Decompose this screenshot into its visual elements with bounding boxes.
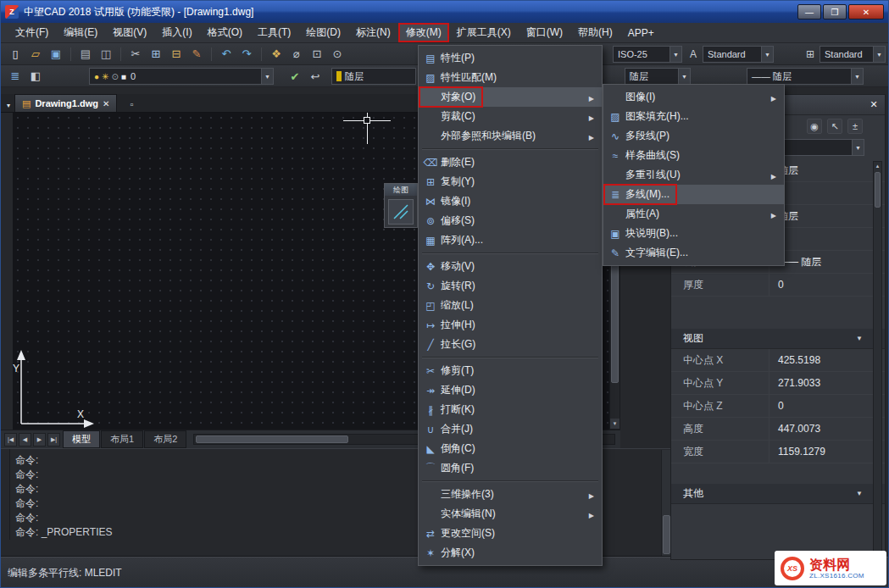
property-value[interactable]: 0 [770, 395, 885, 417]
property-value[interactable]: 425.5198 [770, 349, 885, 371]
toolbar-button[interactable]: ✂ [126, 46, 145, 63]
menu-item[interactable]: 属性(A) [603, 204, 784, 224]
menu-item[interactable]: ↦ 拉伸(H) [419, 315, 602, 335]
menubar-item[interactable]: 文件(F) [8, 23, 56, 42]
menu-item[interactable]: ▨ 图案填充(H)... [603, 107, 784, 126]
property-value[interactable]: 1 [770, 228, 885, 250]
property-value[interactable]: 1159.1279 [770, 441, 885, 463]
last-tab-icon[interactable]: ▶| [47, 433, 60, 447]
chevron-down-icon[interactable]: ▼ [761, 47, 773, 62]
menubar-item[interactable]: 帮助(H) [570, 23, 620, 42]
menu-item[interactable]: 三维操作(3) [419, 485, 602, 504]
toolbar-button[interactable]: ≣ [6, 68, 25, 85]
layout-tab[interactable]: 布局2 [144, 430, 186, 448]
toolbar-button[interactable]: ↩ [306, 68, 325, 85]
color-combo[interactable]: 随层 [331, 68, 416, 85]
construction-line-button[interactable] [388, 199, 414, 225]
menu-item[interactable]: ✎ 文字编辑(E)... [603, 243, 784, 263]
layer-unlock-icon[interactable]: ⊙ [111, 72, 118, 81]
menubar-item[interactable]: 插入(I) [154, 23, 199, 42]
menu-item[interactable]: 多重引线(U) [603, 165, 784, 185]
maximize-button[interactable]: ❐ [823, 4, 847, 19]
toolbar-button[interactable]: ⊙ [328, 46, 347, 63]
toolbar-button[interactable]: ◫ [97, 46, 115, 63]
menu-item[interactable]: ✶ 分解(X) [419, 543, 602, 563]
menu-item[interactable]: 剪裁(C) [419, 107, 602, 126]
property-value[interactable] [770, 182, 885, 204]
menu-item[interactable]: ⇄ 更改空间(S) [419, 524, 602, 543]
table-style-combo[interactable]: Standard ▼ [820, 46, 886, 63]
draw-toolbar-title[interactable]: 绘图 [385, 184, 417, 196]
layer-thaw-icon[interactable]: ✳ [102, 72, 108, 81]
menu-item[interactable]: ⌒ 圆角(F) [419, 458, 602, 478]
menu-item[interactable]: ∪ 合并(J) [419, 419, 602, 439]
toolbar-button[interactable]: ⊡ [308, 46, 326, 63]
palette-close-icon[interactable]: ✕ [866, 98, 881, 112]
menubar-item[interactable]: 工具(T) [250, 23, 298, 42]
toolbar-button[interactable]: ↷ [237, 46, 256, 63]
toolbar-button[interactable]: ▤ [76, 46, 95, 63]
menu-item[interactable]: ▣ 块说明(B)... [603, 224, 784, 243]
menu-item[interactable]: ✂ 修剪(T) [419, 361, 602, 380]
select-objects-icon[interactable]: ↖ [827, 119, 842, 134]
menu-item[interactable]: ▤ 特性(P) [419, 48, 602, 68]
toolbar-button[interactable]: ⊟ [167, 46, 186, 63]
scroll-down-icon[interactable]: ▼ [610, 419, 620, 429]
next-tab-icon[interactable]: ▶ [33, 433, 46, 447]
lineweight-combo[interactable]: —— 随层 ▼ [747, 68, 864, 85]
menu-item[interactable]: ⊞ 复制(Y) [419, 172, 602, 191]
scrollbar-thumb[interactable] [663, 515, 670, 554]
tab-close-icon[interactable]: ✕ [103, 99, 109, 108]
menubar-item[interactable]: APP+ [620, 23, 662, 42]
menu-item[interactable]: ∿ 多段线(P) [603, 126, 784, 146]
toolbar-button[interactable]: ✎ [187, 46, 206, 63]
menubar-item[interactable]: 绘图(D) [298, 23, 348, 42]
menu-item[interactable]: ╱ 拉长(G) [419, 335, 602, 354]
tab-menu-icon[interactable]: ▾ [3, 98, 14, 112]
menu-item[interactable]: 外部参照和块编辑(B) [419, 126, 602, 146]
text-style-combo[interactable]: Standard ▼ [703, 46, 774, 63]
scroll-up-icon[interactable]: ▲ [875, 162, 881, 170]
menu-item[interactable]: ≣ 多线(M)... [603, 185, 784, 204]
property-value[interactable]: 随层 [770, 205, 885, 227]
menu-item[interactable]: ✥ 移动(V) [419, 257, 602, 276]
toolbar-button[interactable]: ▣ [47, 46, 65, 63]
close-button[interactable]: ✕ [848, 4, 884, 19]
menubar-item[interactable]: 格式(O) [200, 23, 250, 42]
toggle-pickadd-icon[interactable]: ± [847, 119, 863, 134]
scrollbar-thumb[interactable] [875, 172, 881, 208]
menubar-item[interactable]: 视图(V) [105, 23, 154, 42]
toolbar-button[interactable]: ✔ [286, 68, 304, 85]
layer-color-icon[interactable]: ■ [121, 72, 126, 81]
chevron-down-icon[interactable]: ▼ [856, 490, 863, 497]
minimize-button[interactable]: — [797, 4, 821, 19]
menu-item[interactable]: ◣ 倒角(C) [419, 439, 602, 458]
new-drawing-icon[interactable]: ▫ [124, 97, 139, 112]
menu-item[interactable]: ◰ 缩放(L) [419, 296, 602, 315]
palette-scrollbar[interactable]: ▲ ▼ [873, 161, 882, 585]
menu-item[interactable]: 实体编辑(N) [419, 504, 602, 524]
toolbar-button[interactable]: ◧ [26, 68, 45, 85]
dim-style-combo[interactable]: ISO-25 ▼ [613, 46, 682, 63]
section-other[interactable]: 其他 ▼ [671, 484, 885, 504]
prev-tab-icon[interactable]: ◀ [19, 433, 31, 447]
property-value[interactable]: 271.9033 [770, 372, 885, 394]
menubar-item[interactable]: 扩展工具(X) [449, 23, 519, 42]
toolbar-button[interactable]: ⊞ [147, 46, 165, 63]
property-value[interactable]: 随层 [770, 159, 885, 181]
draw-toolbar-floating[interactable]: 绘图 [384, 183, 418, 228]
menu-item[interactable]: ↻ 旋转(R) [419, 276, 602, 296]
toolbar-button[interactable]: ↶ [217, 46, 236, 63]
chevron-down-icon[interactable]: ▼ [856, 335, 863, 342]
chevron-down-icon[interactable]: ▼ [873, 47, 885, 62]
section-view[interactable]: 视图 ▼ [671, 329, 885, 349]
chevron-down-icon[interactable]: ▼ [851, 69, 863, 84]
toolbar-button[interactable]: ❖ [267, 46, 286, 63]
toolbar-button[interactable]: ▱ [26, 46, 45, 63]
menu-item[interactable]: ∦ 打断(K) [419, 400, 602, 419]
chevron-down-icon[interactable]: ▼ [670, 47, 681, 62]
property-value[interactable]: 0 [770, 274, 885, 296]
layer-on-icon[interactable]: ● [94, 72, 99, 81]
menubar-item[interactable]: 修改(M) [398, 23, 449, 42]
menu-item[interactable]: ↠ 延伸(D) [419, 380, 602, 400]
